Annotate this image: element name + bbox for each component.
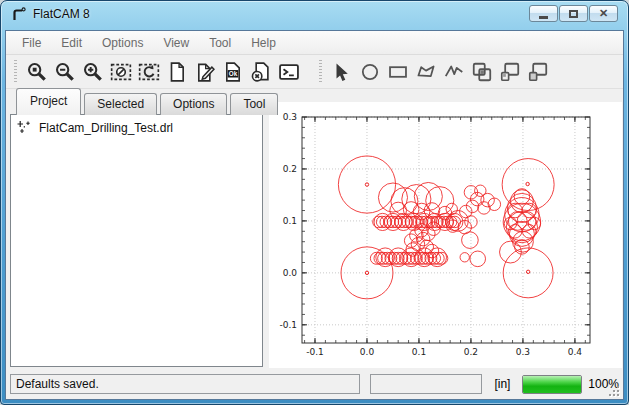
- plot-canvas[interactable]: -0.10.00.10.20.30.4-0.10.00.10.20.3: [269, 102, 622, 368]
- delete-object-button[interactable]: [247, 58, 275, 86]
- menu-tool[interactable]: Tool: [199, 32, 241, 54]
- svg-text:0.4: 0.4: [568, 347, 583, 357]
- maximize-icon: [569, 10, 578, 18]
- zoom-fit-icon: [26, 61, 48, 83]
- svg-text:0.3: 0.3: [283, 112, 297, 122]
- edit-file-icon: [194, 61, 216, 83]
- svg-text:0.3: 0.3: [516, 347, 530, 357]
- polygon-subtract-button[interactable]: [524, 58, 552, 86]
- tab-selected[interactable]: Selected: [84, 93, 157, 115]
- toolbar-drag-handle-2[interactable]: [319, 60, 322, 84]
- delete-file-icon: [250, 61, 272, 83]
- progress-fill: [523, 376, 581, 393]
- plot-panel: -0.10.00.10.20.30.4-0.10.00.10.20.3: [269, 102, 622, 368]
- svg-text:0.1: 0.1: [412, 347, 426, 357]
- draw-rectangle-button[interactable]: [384, 58, 412, 86]
- tab-options[interactable]: Options: [160, 93, 227, 115]
- clear-plot-button[interactable]: [107, 58, 135, 86]
- clear-plot-icon: [110, 61, 132, 83]
- circle-icon: [359, 61, 381, 83]
- draw-path-button[interactable]: [440, 58, 468, 86]
- open-project-button[interactable]: [191, 58, 219, 86]
- zoom-out-icon: [54, 61, 76, 83]
- path-icon: [443, 61, 465, 83]
- svg-text:-0.1: -0.1: [279, 320, 297, 330]
- draw-circle-button[interactable]: [356, 58, 384, 86]
- intersection-icon: [499, 61, 521, 83]
- menu-view[interactable]: View: [153, 32, 199, 54]
- save-project-button[interactable]: Ok: [219, 58, 247, 86]
- polygon-icon: [415, 61, 437, 83]
- minimize-icon: [539, 16, 548, 19]
- svg-text:0.0: 0.0: [360, 347, 375, 357]
- rectangle-icon: [387, 61, 409, 83]
- units-label: [in]: [494, 377, 510, 391]
- status-message-panel: Defaults saved.: [10, 374, 360, 394]
- new-project-button[interactable]: [163, 58, 191, 86]
- svg-text:Ok: Ok: [229, 70, 238, 77]
- replot-icon: [138, 61, 160, 83]
- drill-points-icon: [17, 120, 32, 135]
- subtract-icon: [527, 61, 549, 83]
- tree-item-label: FlatCam_Drilling_Test.drl: [39, 121, 173, 135]
- status-bar: Defaults saved. [in] 100%: [6, 370, 623, 398]
- menu-options[interactable]: Options: [92, 32, 153, 54]
- select-tool-button[interactable]: [328, 58, 356, 86]
- zoom-out-button[interactable]: [51, 58, 79, 86]
- svg-text:0.2: 0.2: [464, 347, 478, 357]
- save-ok-file-icon: Ok: [222, 61, 244, 83]
- svg-text:-0.1: -0.1: [306, 347, 324, 357]
- polygon-intersection-button[interactable]: [496, 58, 524, 86]
- close-button[interactable]: ✕: [589, 5, 618, 22]
- resize-grip[interactable]: [608, 385, 620, 397]
- menu-bar: File Edit Options View Tool Help: [6, 31, 623, 55]
- left-panel-tabs: Project Selected Options Tool: [16, 93, 281, 115]
- flatcam-window: FlatCAM 8 ✕ File Edit Options View Tool …: [0, 0, 629, 405]
- toolbar-drag-handle[interactable]: [14, 60, 17, 84]
- new-file-icon: [166, 61, 188, 83]
- project-tree: FlatCam_Drilling_Test.drl: [10, 114, 263, 367]
- main-toolbar: Ok: [6, 56, 623, 89]
- tree-item-drill-file[interactable]: FlatCam_Drilling_Test.drl: [11, 115, 262, 140]
- replot-button[interactable]: [135, 58, 163, 86]
- draw-polygon-button[interactable]: [412, 58, 440, 86]
- tab-tool[interactable]: Tool: [230, 93, 278, 115]
- progress-bar: [522, 375, 582, 394]
- zoom-fit-button[interactable]: [23, 58, 51, 86]
- minimize-button[interactable]: [529, 5, 558, 22]
- zoom-in-button[interactable]: [79, 58, 107, 86]
- zoom-in-icon: [82, 61, 104, 83]
- flatcam-logo-icon: [11, 6, 27, 22]
- shell-icon: [278, 61, 300, 83]
- svg-text:0.2: 0.2: [283, 164, 297, 174]
- status-message: Defaults saved.: [16, 377, 99, 391]
- maximize-button[interactable]: [559, 5, 588, 22]
- close-icon: ✕: [599, 8, 608, 19]
- client-area: File Edit Options View Tool Help: [5, 30, 624, 400]
- menu-help[interactable]: Help: [241, 32, 286, 54]
- select-arrow-icon: [331, 61, 353, 83]
- menu-file[interactable]: File: [12, 32, 51, 54]
- svg-text:0.0: 0.0: [283, 268, 298, 278]
- union-icon: [471, 61, 493, 83]
- command-shell-button[interactable]: [275, 58, 303, 86]
- svg-text:0.1: 0.1: [283, 216, 297, 226]
- status-secondary-panel: [370, 374, 483, 394]
- tab-project[interactable]: Project: [16, 88, 81, 115]
- menu-edit[interactable]: Edit: [51, 32, 92, 54]
- polygon-union-button[interactable]: [468, 58, 496, 86]
- title-bar[interactable]: FlatCAM 8 ✕: [1, 1, 628, 30]
- window-title: FlatCAM 8: [33, 7, 90, 21]
